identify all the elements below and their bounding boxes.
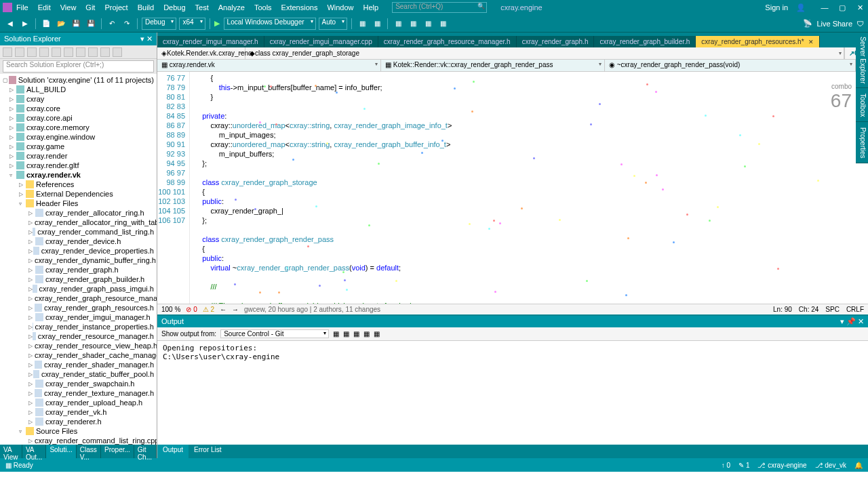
rail-tab[interactable]: Server Explorer [856,33,868,88]
tb-icon-3[interactable]: ▦ [392,18,404,30]
output-tb-4-icon[interactable]: ▦ [363,330,370,338]
tree-item[interactable]: ▷cxray_render_graph.h [0,265,157,274]
tree-item[interactable]: ▷cxray_render_instance_properties.h [0,322,157,331]
redo-icon[interactable]: ↷ [121,18,133,30]
menu-debug[interactable]: Debug [163,3,185,12]
new-icon[interactable]: 📄 [40,18,52,30]
tree-item[interactable]: ▷cxray.engine.window [0,132,157,142]
menu-test[interactable]: Test [195,3,209,12]
tree-item[interactable]: ▷cxray_render_allocator_ring_with_tabs.h [0,218,157,227]
tb-icon-1[interactable]: ▦ [356,18,368,30]
tree-item[interactable]: ▷cxray_render_vk.h [0,407,157,417]
status-bell-icon[interactable]: 🔔 [854,462,863,469]
sol-tb-8-icon[interactable] [88,47,98,57]
nav-back-icon[interactable]: ◀ [4,18,16,30]
tree-item[interactable]: ▷cxray_render_command_list_ring.cpp [0,436,157,445]
status-edit[interactable]: ✎ 1 [738,462,749,469]
minimize-button[interactable]: — [819,3,830,12]
tree-item[interactable]: ▷cxray_render_texture_manager.h [0,388,157,398]
tree-item[interactable]: ▷cxray [0,94,157,104]
menu-build[interactable]: Build [138,3,154,12]
rail-tab[interactable]: Properties [856,123,868,163]
file-tab[interactable]: cxray_render_graph.h [517,36,595,47]
tree-item[interactable]: ▷cxray_render_command_list_ring.h [0,227,157,237]
output-source-combo[interactable]: Source Control - Git [220,329,329,338]
rail-tab[interactable]: Toolbox [856,89,868,121]
play-icon[interactable]: ▶ [214,19,220,28]
sol-tab[interactable]: Git Ch... [134,445,157,458]
sol-tab[interactable]: Soluti... [46,445,76,458]
menu-git[interactable]: Git [85,3,95,12]
tb-icon-5[interactable]: ▦ [422,18,434,30]
tree-item[interactable]: ▷ALL_BUILD [0,85,157,94]
menu-tools[interactable]: Tools [254,3,272,12]
output-tb-2-icon[interactable]: ▦ [343,330,349,338]
tree-item[interactable]: ▷References [0,180,157,189]
nav-project-crumb[interactable]: ▦ cxray.render.vk [157,60,381,71]
tree-item[interactable]: ▿Source Files [0,426,157,436]
file-tab[interactable]: cxray_render_graph_resources.h*✕ [696,36,819,47]
tree-item[interactable]: ▷cxray_render_allocator_ring.h [0,208,157,218]
sol-tb-3-icon[interactable] [27,47,37,57]
menu-project[interactable]: Project [104,3,127,12]
sol-tb-5-icon[interactable] [52,47,61,57]
output-tb-1-icon[interactable]: ▦ [333,330,339,338]
sol-tab[interactable]: VA Out... [22,445,46,458]
auto-combo[interactable]: Auto [319,18,348,30]
output-tb-5-icon[interactable]: ▦ [374,330,380,338]
menu-analyze[interactable]: Analyze [218,3,245,12]
tree-item[interactable]: ▷cxray_render_device.h [0,237,157,246]
nav-next-icon[interactable]: → [232,306,239,313]
sol-tab[interactable]: Proper... [101,445,134,458]
menu-extensions[interactable]: Extensions [281,3,318,12]
sol-tb-home-icon[interactable] [3,47,12,57]
user-icon[interactable]: 👤 [796,3,806,12]
menu-edit[interactable]: Edit [38,3,51,12]
tree-item[interactable]: ▷cxray_render_static_buffer_pool.h [0,369,157,379]
status-repo[interactable]: ⎇ cxray-engine [757,462,806,469]
menu-window[interactable]: Window [327,3,353,12]
nav-type-crumb[interactable]: ▦ Kotek::Render::vk::cxray_render_graph_… [381,60,605,71]
maximize-button[interactable]: ▢ [837,3,848,12]
sol-tb-9-icon[interactable] [100,47,110,57]
tree-item[interactable]: ▷External Dependencies [0,189,157,199]
signin-link[interactable]: Sign in [765,3,788,12]
tree-item[interactable]: ▷cxray_render_shader_cache_manager.h [0,350,157,360]
solution-search-input[interactable]: Search Solution Explorer (Ctrl+;) [3,60,154,73]
tb-icon-6[interactable]: ▦ [437,18,449,30]
saveall-icon[interactable]: 💾 [85,18,97,30]
file-tab[interactable]: cxray_render_graph_builder.h [594,36,696,47]
tree-item[interactable]: ▷cxray_render_graph_builder.h [0,274,157,284]
file-tab[interactable]: cxray_render_graph_resource_manager.h [378,36,517,47]
tree-item[interactable]: ▷cxray_render_upload_heap.h [0,398,157,407]
tree-item[interactable]: ▷cxray_renderer.h [0,417,157,426]
tree-item[interactable]: ▿cxray.render.vk [0,170,157,180]
tree-item[interactable]: ▷cxray.render [0,151,157,161]
close-button[interactable]: ✕ [854,3,865,12]
tree-item[interactable]: ▷cxray.render.gltf [0,161,157,170]
open-icon[interactable]: 📂 [55,18,67,30]
nav-member-crumb[interactable]: ◉ ~cxray_render_graph_render_pass(void) [605,60,856,71]
global-search-input[interactable]: Search (Ctrl+Q) [392,2,487,13]
output-close-icon[interactable]: ▾ 📌 ✕ [840,317,864,326]
tree-item[interactable]: ▿Header Files [0,199,157,208]
tree-item[interactable]: ▷cxray_render_dynamic_buffer_ring.h [0,256,157,265]
sol-tb-7-icon[interactable] [76,47,85,57]
undo-icon[interactable]: ↶ [106,18,118,30]
tree-item[interactable]: ▷cxray_render_resource_view_heap.h [0,341,157,350]
liveshare-label[interactable]: Live Share [816,20,852,28]
file-tab[interactable]: cxray_render_imgui_manager.h [157,36,264,47]
tree-item[interactable]: ▷cxray_render_resource_manager.h [0,331,157,341]
tree-item[interactable]: ▷cxray.core.memory [0,123,157,132]
menu-help[interactable]: Help [363,3,379,12]
sol-tb-4-icon[interactable] [39,47,49,57]
tree-item[interactable]: ▷cxray.game [0,142,157,151]
status-branch[interactable]: ⎇ dev_vk [815,462,846,469]
output-tab[interactable]: Error List [189,445,227,458]
output-tb-3-icon[interactable]: ▦ [353,330,359,338]
sol-tab[interactable]: VA View [0,445,22,458]
debugger-combo[interactable]: Local Windows Debugger [224,18,316,30]
output-tab[interactable]: Output [157,445,189,458]
tree-item[interactable]: ▢Solution 'cxray.engine' (11 of 11 proje… [0,75,157,85]
sol-tab[interactable]: Class V... [77,445,101,458]
